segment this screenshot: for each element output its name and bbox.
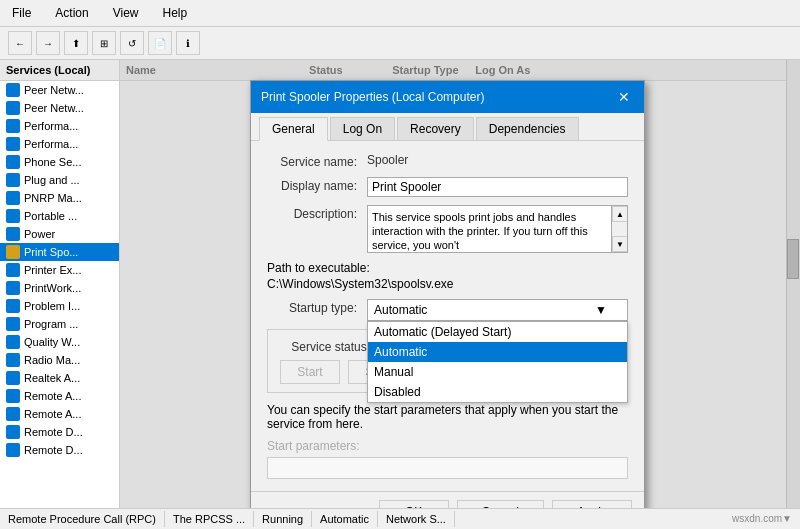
list-item[interactable]: PNRP Ma...: [0, 189, 119, 207]
list-item[interactable]: Plug and ...: [0, 171, 119, 189]
scroll-up-arrow[interactable]: ▲: [612, 206, 628, 222]
service-icon: [6, 371, 20, 385]
startup-type-selected: Automatic: [374, 303, 427, 317]
dropdown-arrow-icon: ▼: [595, 303, 607, 317]
path-section: Path to executable: C:\Windows\System32\…: [267, 261, 628, 291]
list-item[interactable]: Remote A...: [0, 405, 119, 423]
hint-text: You can specify the start parameters tha…: [267, 403, 628, 431]
statusbar-item-4: Network S...: [378, 511, 455, 527]
content-area: Services (Local) Peer Netw... Peer Netw.…: [0, 60, 800, 508]
list-item[interactable]: Radio Ma...: [0, 351, 119, 369]
toolbar-back[interactable]: ←: [8, 31, 32, 55]
menu-view[interactable]: View: [109, 4, 143, 22]
ok-button[interactable]: OK: [379, 500, 449, 508]
list-item[interactable]: Program ...: [0, 315, 119, 333]
startup-type-display[interactable]: Automatic ▼: [367, 299, 628, 321]
start-button[interactable]: Start: [280, 360, 340, 384]
service-icon: [6, 227, 20, 241]
service-name-label: Service name:: [267, 153, 367, 169]
service-name-row: Service name: Spooler: [267, 153, 628, 169]
service-icon: [6, 101, 20, 115]
list-item[interactable]: Realtek A...: [0, 369, 119, 387]
menu-help[interactable]: Help: [159, 4, 192, 22]
service-icon: [6, 191, 20, 205]
dialog-titlebar: Print Spooler Properties (Local Computer…: [251, 81, 644, 113]
apply-button[interactable]: Apply: [552, 500, 632, 508]
toolbar-export[interactable]: 📄: [148, 31, 172, 55]
menu-action[interactable]: Action: [51, 4, 92, 22]
properties-dialog: Print Spooler Properties (Local Computer…: [250, 80, 645, 508]
description-box: This service spools print jobs and handl…: [367, 205, 628, 253]
service-icon: [6, 353, 20, 367]
status-label: Service status:: [280, 338, 380, 354]
description-text: This service spools print jobs and handl…: [372, 211, 588, 251]
tab-general[interactable]: General: [259, 117, 328, 141]
path-label: Path to executable:: [267, 261, 628, 275]
statusbar-item-1: The RPCSS ...: [165, 511, 254, 527]
display-name-label: Display name:: [267, 177, 367, 193]
service-icon: [6, 245, 20, 259]
toolbar-refresh[interactable]: ↺: [120, 31, 144, 55]
service-icon: [6, 137, 20, 151]
right-panel: Name Status Startup Type Log On As Print…: [120, 60, 800, 508]
list-item[interactable]: Remote A...: [0, 387, 119, 405]
list-item[interactable]: Printer Ex...: [0, 261, 119, 279]
dialog-body: Service name: Spooler Display name: Desc…: [251, 141, 644, 491]
list-item[interactable]: Performa...: [0, 135, 119, 153]
menu-file[interactable]: File: [8, 4, 35, 22]
startup-option-manual[interactable]: Manual: [368, 362, 627, 382]
list-item[interactable]: Phone Se...: [0, 153, 119, 171]
startup-type-label: Startup type:: [267, 299, 367, 315]
list-item[interactable]: Performa...: [0, 117, 119, 135]
list-item[interactable]: Remote D...: [0, 441, 119, 459]
dialog-tabs: General Log On Recovery Dependencies: [251, 113, 644, 141]
menu-bar: File Action View Help: [0, 0, 800, 27]
cancel-button[interactable]: Cancel: [457, 500, 544, 508]
statusbar-item-0: Remote Procedure Call (RPC): [0, 511, 165, 527]
dialog-close-button[interactable]: ✕: [614, 87, 634, 107]
toolbar-show[interactable]: ⊞: [92, 31, 116, 55]
service-icon: [6, 263, 20, 277]
statusbar-brand: wsxdn.com▼: [724, 511, 800, 527]
list-item[interactable]: Problem I...: [0, 297, 119, 315]
service-icon: [6, 317, 20, 331]
list-item-print-spooler[interactable]: Print Spo...: [0, 243, 119, 261]
start-params-input[interactable]: [267, 457, 628, 479]
service-icon: [6, 425, 20, 439]
display-name-input[interactable]: [367, 177, 628, 197]
toolbar-help[interactable]: ℹ: [176, 31, 200, 55]
list-item[interactable]: Peer Netw...: [0, 99, 119, 117]
main-window: File Action View Help ← → ⬆ ⊞ ↺ 📄 ℹ Serv…: [0, 0, 800, 529]
start-params-label: Start parameters:: [267, 439, 628, 453]
description-scrollbar: ▲ ▼: [611, 206, 627, 252]
list-item[interactable]: Peer Netw...: [0, 81, 119, 99]
service-icon: [6, 155, 20, 169]
scroll-down-arrow[interactable]: ▼: [612, 236, 628, 252]
service-icon: [6, 389, 20, 403]
dialog-title: Print Spooler Properties (Local Computer…: [261, 90, 484, 104]
tab-dependencies[interactable]: Dependencies: [476, 117, 579, 140]
path-value: C:\Windows\System32\spoolsv.exe: [267, 277, 628, 291]
service-icon: [6, 83, 20, 97]
startup-option-delayed[interactable]: Automatic (Delayed Start): [368, 322, 627, 342]
service-icon: [6, 335, 20, 349]
service-icon: [6, 281, 20, 295]
service-icon: [6, 299, 20, 313]
list-item[interactable]: Quality W...: [0, 333, 119, 351]
startup-option-automatic[interactable]: Automatic: [368, 342, 627, 362]
startup-type-dropdown[interactable]: Automatic ▼ Automatic (Delayed Start) Au…: [367, 299, 628, 321]
statusbar-item-3: Automatic: [312, 511, 378, 527]
list-item[interactable]: Portable ...: [0, 207, 119, 225]
startup-option-disabled[interactable]: Disabled: [368, 382, 627, 402]
service-icon: [6, 407, 20, 421]
toolbar: ← → ⬆ ⊞ ↺ 📄 ℹ: [0, 27, 800, 60]
tab-recovery[interactable]: Recovery: [397, 117, 474, 140]
toolbar-up[interactable]: ⬆: [64, 31, 88, 55]
service-icon: [6, 119, 20, 133]
display-name-row: Display name:: [267, 177, 628, 197]
list-item[interactable]: PrintWork...: [0, 279, 119, 297]
list-item[interactable]: Remote D...: [0, 423, 119, 441]
toolbar-forward[interactable]: →: [36, 31, 60, 55]
list-item[interactable]: Power: [0, 225, 119, 243]
tab-logon[interactable]: Log On: [330, 117, 395, 140]
